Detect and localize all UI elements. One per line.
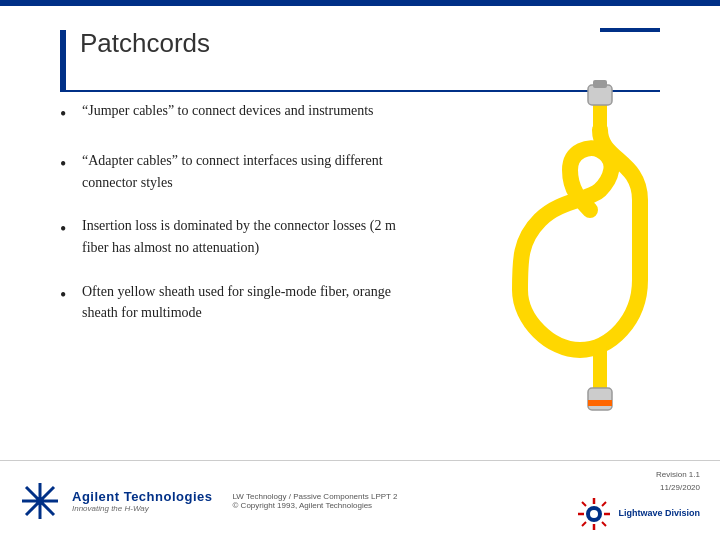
svg-point-10	[36, 497, 44, 505]
lightwave-icon	[576, 496, 612, 532]
copyright-text: © Copyright 1993, Agilent Technologies	[233, 501, 577, 510]
patchcord-illustration	[440, 80, 700, 440]
bullet-item-4: • Often yellow sheath used for single-mo…	[60, 281, 410, 324]
bullet-item-2: • “Adapter cables” to connect interfaces…	[60, 150, 410, 193]
footer-logo-area: Agilent Technologies Innovating the H-Wa…	[20, 481, 213, 521]
bullet-dot-2: •	[60, 151, 76, 178]
svg-line-19	[582, 522, 586, 526]
svg-rect-5	[593, 80, 607, 88]
page-title: Patchcords	[80, 28, 660, 59]
company-tagline: Innovating the H-Way	[72, 504, 213, 513]
lightwave-division-text: Lightwave Division	[618, 508, 700, 519]
content-area: • “Jumper cables” to connect devices and…	[60, 100, 410, 450]
bullet-dot-1: •	[60, 101, 76, 128]
footer: Agilent Technologies Innovating the H-Wa…	[0, 460, 720, 540]
revision-label: Revision 1.1	[656, 470, 700, 479]
lightwave-logo: Lightwave Division	[576, 496, 700, 532]
bullet-text-1: “Jumper cables” to connect devices and i…	[82, 100, 374, 122]
bullet-dot-3: •	[60, 216, 76, 243]
company-name: Agilent Technologies	[72, 489, 213, 504]
bullet-item-1: • “Jumper cables” to connect devices and…	[60, 100, 410, 128]
svg-rect-4	[588, 400, 612, 406]
revision-date: 11/29/2020	[660, 483, 700, 492]
agilent-brand-text: Agilent Technologies Innovating the H-Wa…	[72, 489, 213, 513]
left-accent-bar	[60, 30, 66, 90]
agilent-snowflake-icon	[20, 481, 60, 521]
bullet-item-3: • Insertion loss is dominated by the con…	[60, 215, 410, 258]
bullet-text-2: “Adapter cables” to connect interfaces u…	[82, 150, 410, 193]
svg-point-20	[590, 510, 598, 518]
footer-center: LW Technology / Passive Components LPPT …	[213, 492, 577, 510]
top-accent-bar	[0, 0, 720, 6]
svg-rect-3	[588, 388, 612, 410]
title-area: Patchcords	[80, 28, 660, 59]
doc-title: LW Technology / Passive Components LPPT …	[233, 492, 577, 501]
bullet-text-4: Often yellow sheath used for single-mode…	[82, 281, 410, 324]
footer-right: Revision 1.1 11/29/2020 Lightwave Divisi…	[576, 470, 700, 532]
svg-line-17	[602, 522, 606, 526]
bullet-dot-4: •	[60, 282, 76, 309]
bullet-text-3: Insertion loss is dominated by the conne…	[82, 215, 410, 258]
svg-line-16	[582, 502, 586, 506]
svg-line-18	[602, 502, 606, 506]
